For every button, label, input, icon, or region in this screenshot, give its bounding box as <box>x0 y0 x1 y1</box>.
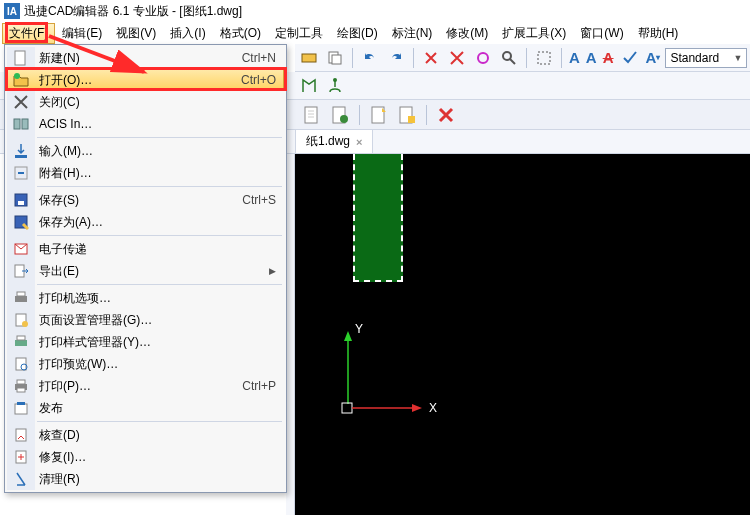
svg-rect-15 <box>342 403 352 413</box>
canvas-gutter <box>286 154 295 515</box>
svg-rect-33 <box>15 340 27 346</box>
green-rectangle-object[interactable] <box>353 154 403 282</box>
svg-marker-14 <box>344 331 352 341</box>
menu-modify[interactable]: 修改(M) <box>439 23 495 44</box>
toolbar-btn-undo-icon[interactable] <box>359 47 381 69</box>
file-menu-new[interactable]: 新建(N) Ctrl+N <box>7 47 284 69</box>
attach-icon <box>13 165 29 181</box>
file-menu-cleanup[interactable]: 清理(R) <box>7 468 284 490</box>
toolbar-btn-copy-icon[interactable] <box>324 47 346 69</box>
toolbar-btn-cut-icon[interactable] <box>420 47 442 69</box>
menu-help[interactable]: 帮助(H) <box>631 23 686 44</box>
audit-icon <box>13 427 29 443</box>
menu-window[interactable]: 窗口(W) <box>573 23 630 44</box>
menu-insert[interactable]: 插入(I) <box>163 23 212 44</box>
close-icon <box>13 94 29 110</box>
publish-icon <box>13 400 29 416</box>
print-preview-icon <box>13 356 29 372</box>
menu-extension-tools[interactable]: 扩展工具(X) <box>495 23 573 44</box>
menu-bar: 文件(F) 编辑(E) 视图(V) 插入(I) 格式(O) 定制工具 绘图(D)… <box>0 22 750 44</box>
toolbar-btn-text-check-icon[interactable] <box>619 47 641 69</box>
toolbar3-doc-icon-3[interactable] <box>368 104 390 126</box>
toolbar-btn-delete-icon[interactable] <box>446 47 468 69</box>
svg-point-19 <box>14 73 20 79</box>
menu-draw[interactable]: 绘图(D) <box>330 23 385 44</box>
file-menu-repair[interactable]: 修复(I)… <box>7 446 284 468</box>
svg-rect-12 <box>408 116 415 123</box>
document-tab-label: 纸1.dwg <box>306 133 350 150</box>
toolbar2-icon-1[interactable] <box>298 75 320 97</box>
print-icon <box>13 378 29 394</box>
file-menu-save[interactable]: 保存(S) Ctrl+S <box>7 189 284 211</box>
menu-view[interactable]: 视图(V) <box>109 23 163 44</box>
toolbar-btn-lock-icon[interactable] <box>472 47 494 69</box>
svg-rect-22 <box>15 155 27 158</box>
svg-rect-5 <box>538 52 550 64</box>
file-menu-attach[interactable]: 附着(H)… <box>7 162 284 184</box>
svg-marker-17 <box>412 404 422 412</box>
svg-rect-34 <box>17 336 25 340</box>
file-menu-save-as[interactable]: 保存为(A)… <box>7 211 284 233</box>
new-file-icon <box>13 50 29 66</box>
file-menu-close[interactable]: 关闭(C) <box>7 91 284 113</box>
svg-rect-2 <box>332 55 341 64</box>
toolbar-btn-text-a1-icon[interactable]: A <box>568 47 581 69</box>
import-icon <box>13 143 29 159</box>
toolbar3-doc-icon-1[interactable] <box>301 104 323 126</box>
file-menu-input[interactable]: 输入(M)… <box>7 140 284 162</box>
file-menu-print[interactable]: 打印(P)… Ctrl+P <box>7 375 284 397</box>
svg-rect-40 <box>15 404 27 414</box>
menu-custom-tools[interactable]: 定制工具 <box>268 23 330 44</box>
document-tab-close-icon[interactable]: × <box>356 136 362 148</box>
menu-annotate[interactable]: 标注(N) <box>385 23 440 44</box>
menu-file[interactable]: 文件(F) <box>2 23 55 44</box>
toolbar-btn-find-icon[interactable] <box>498 47 520 69</box>
svg-rect-18 <box>15 51 25 65</box>
toolbar-btn-text-strike-icon[interactable]: A <box>602 47 615 69</box>
file-menu-acis[interactable]: ACIS In… <box>7 113 284 135</box>
svg-rect-7 <box>305 107 317 123</box>
title-bar: IA 迅捷CAD编辑器 6.1 专业版 - [图纸1.dwg] <box>0 0 750 22</box>
toolbar-btn-text-a2-icon[interactable]: A <box>585 47 598 69</box>
file-menu-printer-options[interactable]: 打印机选项… <box>7 287 284 309</box>
drawing-canvas[interactable]: Y X <box>295 154 750 515</box>
svg-rect-29 <box>15 296 27 302</box>
repair-icon <box>13 449 29 465</box>
toolbar3-close-icon[interactable] <box>435 104 457 126</box>
toolbar-btn-redo-icon[interactable] <box>385 47 407 69</box>
file-menu-print-preview[interactable]: 打印预览(W)… <box>7 353 284 375</box>
menu-edit[interactable]: 编辑(E) <box>55 23 109 44</box>
toolbar-btn-layers-icon[interactable] <box>298 47 320 69</box>
toolbar-btn-text-a3-icon[interactable]: A▾ <box>645 47 662 69</box>
file-menu-export[interactable]: 导出(E) ▶ <box>7 260 284 282</box>
ucs-y-axis-icon <box>338 329 368 409</box>
toolbar2-icon-2[interactable] <box>324 75 346 97</box>
file-menu-audit[interactable]: 核查(D) <box>7 424 284 446</box>
ucs-y-label: Y <box>355 322 363 336</box>
svg-rect-25 <box>18 201 24 205</box>
file-menu-etransmit[interactable]: 电子传递 <box>7 238 284 260</box>
ucs-x-axis-icon <box>338 399 428 419</box>
file-menu-open[interactable]: 打开(O)… Ctrl+O <box>7 69 284 91</box>
cleanup-icon <box>13 471 29 487</box>
svg-rect-20 <box>14 119 20 129</box>
svg-point-3 <box>478 53 488 63</box>
svg-point-9 <box>340 115 348 123</box>
file-menu-dropdown: 新建(N) Ctrl+N 打开(O)… Ctrl+O 关闭(C) ACIS In… <box>4 44 287 493</box>
acis-icon <box>13 116 29 132</box>
window-title: 迅捷CAD编辑器 6.1 专业版 - [图纸1.dwg] <box>24 3 242 20</box>
plot-style-icon <box>13 334 29 350</box>
svg-rect-39 <box>17 388 25 392</box>
menu-format[interactable]: 格式(O) <box>213 23 268 44</box>
toolbar3-doc-icon-2[interactable] <box>329 104 351 126</box>
file-menu-publish[interactable]: 发布 <box>7 397 284 419</box>
text-style-dropdown[interactable]: Standard ▼ <box>665 48 747 68</box>
toolbar-btn-select-icon[interactable] <box>533 47 555 69</box>
ucs-x-label: X <box>429 401 437 415</box>
file-menu-page-setup[interactable]: 页面设置管理器(G)… <box>7 309 284 331</box>
app-icon: IA <box>4 3 20 19</box>
document-tab[interactable]: 纸1.dwg × <box>295 129 373 153</box>
toolbar3-doc-icon-4[interactable] <box>396 104 418 126</box>
file-menu-plot-styles[interactable]: 打印样式管理器(Y)… <box>7 331 284 353</box>
svg-rect-30 <box>17 292 25 296</box>
